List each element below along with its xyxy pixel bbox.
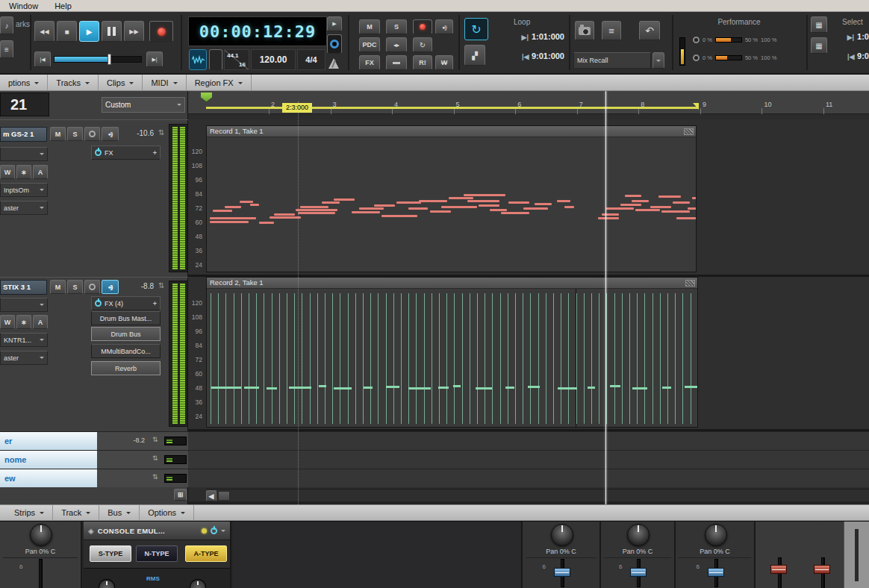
loop-toggle-button[interactable]: ↻	[464, 18, 488, 40]
solo-all-button[interactable]: S	[386, 19, 407, 34]
track-name[interactable]: er	[0, 432, 97, 450]
expand-arrows[interactable]: ⇅	[152, 473, 158, 481]
markers-list-button[interactable]: ≡	[0, 40, 13, 58]
volume-readout[interactable]: -8.8	[122, 282, 154, 290]
mix-recall-arrow-button[interactable]	[652, 52, 664, 69]
tab-region-fx[interactable]: Region FX	[187, 75, 252, 90]
input-echo-all-button[interactable]: ●))	[435, 19, 453, 34]
automation-write-button[interactable]: W	[0, 165, 15, 179]
chevron-down-icon[interactable]	[221, 530, 225, 534]
collapsed-track-lane[interactable]	[188, 450, 869, 469]
dim-solo-button[interactable]: ◂▸	[386, 37, 407, 52]
console-type-a-button[interactable]: A-TYPE	[185, 545, 227, 562]
time-display[interactable]: 00:00:12:29	[188, 16, 327, 46]
fx-plugin-slot[interactable]: Drum Bus Mast...	[91, 311, 161, 325]
loop-region-bar[interactable]	[206, 107, 698, 109]
play-button[interactable]: ▶	[79, 21, 99, 42]
reset-button[interactable]: R!	[413, 55, 432, 70]
transport-slider[interactable]	[54, 56, 142, 63]
time-ruler[interactable]: 2:3:000 234567891011	[188, 91, 869, 114]
console-type-s-button[interactable]: S-TYPE	[90, 545, 131, 562]
time-signature-display[interactable]: 4/4	[297, 49, 326, 70]
fx-plugin-slot[interactable]: Reverb	[91, 361, 161, 375]
solo-button[interactable]: S	[67, 127, 83, 141]
mix-list-button[interactable]: ≡	[602, 21, 621, 40]
tab-tracks[interactable]: Tracks	[48, 75, 99, 90]
menu-help[interactable]: Help	[54, 1, 72, 10]
mute-all-button[interactable]: M	[359, 19, 380, 34]
input-echo-button[interactable]: ●))	[102, 127, 119, 141]
console-menu-options[interactable]: Options	[140, 505, 194, 520]
console-type-n-button[interactable]: N-TYPE	[136, 545, 178, 562]
clip-title[interactable]: Record 2, Take 1	[207, 278, 697, 289]
select-grid-button[interactable]: ▦	[811, 16, 827, 33]
metronome-icon[interactable]	[328, 58, 339, 69]
pane-options-button[interactable]: ⊞	[174, 489, 187, 501]
snap-button[interactable]	[209, 49, 222, 70]
output-dropdown[interactable]: aster	[0, 201, 48, 215]
fx-bin[interactable]: FX +	[91, 146, 161, 160]
volume-readout[interactable]: -10.6	[122, 129, 154, 137]
track-name[interactable]: STIX 3 1	[0, 280, 47, 295]
console-menu-track[interactable]: Track	[53, 505, 99, 520]
clip-title[interactable]: Record 1, Take 1	[207, 126, 696, 137]
midi-clip-1[interactable]: Record 1, Take 1	[206, 125, 697, 272]
automation-read-button[interactable]: A	[33, 165, 48, 179]
expand-arrows[interactable]: ⇅	[158, 281, 164, 290]
pan-knob[interactable]	[705, 524, 727, 546]
select-grid-button-2[interactable]: ▦	[811, 37, 827, 54]
loop-end-row[interactable]: ▶|9:01:000	[493, 51, 564, 60]
tab-midi[interactable]: MIDI	[143, 75, 186, 90]
scroll-thumb[interactable]	[218, 491, 230, 501]
trim-knob[interactable]	[190, 579, 206, 588]
power-icon[interactable]	[95, 300, 102, 307]
markers-icon-button[interactable]: ♪	[0, 16, 13, 34]
write-automation-button[interactable]: W	[435, 55, 453, 70]
go-to-end-button[interactable]: ▶|	[146, 51, 163, 67]
drive-knob[interactable]	[99, 579, 115, 588]
pause-button[interactable]	[102, 21, 122, 42]
fader-handle[interactable]	[708, 568, 724, 577]
playhead[interactable]	[605, 91, 606, 504]
pdc-button[interactable]: PDC	[359, 37, 380, 52]
power-icon[interactable]	[95, 149, 102, 156]
mute-button[interactable]: M	[50, 280, 66, 294]
module-header[interactable]: ◈ CONSOLE EMUL...	[84, 522, 230, 540]
expand-arrows[interactable]: ⇅	[152, 454, 158, 462]
input-echo-button[interactable]: ●))	[102, 280, 119, 294]
add-fx-icon[interactable]: +	[153, 300, 157, 307]
screenshot-button[interactable]	[575, 21, 594, 40]
console-menu-bus[interactable]: Bus	[99, 505, 140, 520]
track-name[interactable]: ew	[0, 469, 97, 487]
expand-module-button[interactable]: ▶	[327, 16, 342, 31]
output-dropdown[interactable]: aster	[0, 351, 48, 365]
power-icon[interactable]	[211, 528, 217, 534]
solo-button[interactable]: S	[67, 280, 83, 294]
record-arm-all-button[interactable]	[413, 19, 432, 34]
tab-ptions[interactable]: ptions	[0, 75, 48, 90]
record-mode-button[interactable]	[327, 34, 342, 54]
fast-forward-button[interactable]: ▶▶	[124, 21, 144, 42]
exclusive-solo-button[interactable]: ↻	[413, 37, 432, 52]
loop-end-flag[interactable]	[693, 103, 699, 110]
record-arm-button[interactable]	[84, 127, 100, 141]
collapsed-track-lane[interactable]	[188, 469, 869, 487]
mix-recall-dropdown[interactable]: Mix Recall	[573, 52, 651, 69]
track-preset-dropdown[interactable]	[0, 298, 48, 312]
fader-handle[interactable]	[554, 568, 570, 577]
record-button[interactable]	[149, 21, 173, 42]
automation-write-button[interactable]: W	[0, 315, 15, 329]
undo-button[interactable]: ↶	[639, 21, 660, 40]
fader-handle[interactable]	[630, 568, 647, 577]
select-start-row[interactable]: ▶|1:0	[835, 32, 869, 41]
dim-level-button[interactable]	[386, 55, 407, 70]
loop-view-button[interactable]: ▞	[464, 45, 485, 66]
clip-corner-icon[interactable]	[685, 280, 695, 287]
input-dropdown[interactable]: KNTR1...	[0, 333, 48, 347]
fx-plugin-slot[interactable]: Drum Bus	[91, 327, 161, 341]
pan-knob[interactable]	[551, 524, 573, 546]
now-marker[interactable]	[201, 93, 212, 101]
clip-corner-icon[interactable]	[684, 128, 694, 135]
view-preset-dropdown[interactable]: Custom	[102, 97, 185, 113]
collapsed-track-lane[interactable]	[188, 431, 869, 450]
